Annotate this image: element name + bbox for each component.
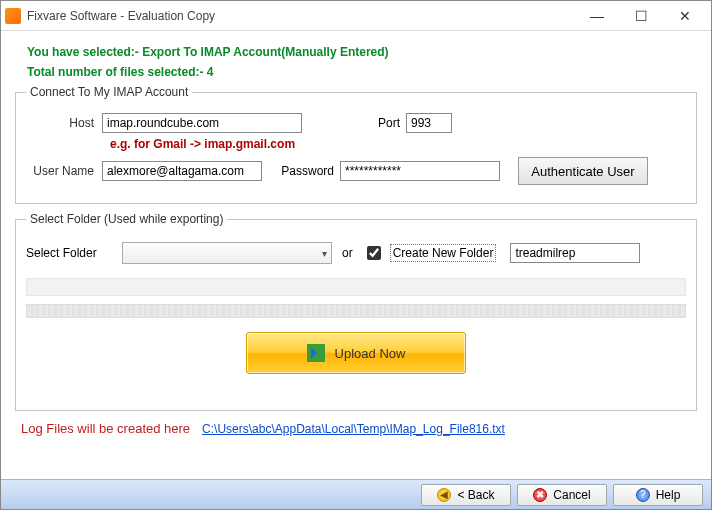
host-row: Host Port	[26, 113, 686, 133]
total-files-info: Total number of files selected:- 4	[17, 65, 695, 79]
log-label: Log Files will be created here	[21, 421, 190, 436]
host-label: Host	[26, 116, 102, 130]
chevron-down-icon: ▾	[322, 248, 327, 259]
maximize-button[interactable]: ☐	[619, 1, 663, 31]
footer-bar: ◀ < Back ✖ Cancel ? Help	[1, 479, 711, 509]
back-label: < Back	[457, 488, 494, 502]
help-icon: ?	[636, 488, 650, 502]
upload-wrap: Upload Now	[26, 332, 686, 374]
host-input[interactable]	[102, 113, 302, 133]
titlebar: Fixvare Software - Evaluation Copy — ☐ ✕	[1, 1, 711, 31]
select-folder-label: Select Folder	[26, 246, 116, 260]
imap-fieldset: Connect To My IMAP Account Host Port e.g…	[15, 85, 697, 204]
close-button[interactable]: ✕	[663, 1, 707, 31]
imap-legend: Connect To My IMAP Account	[26, 85, 192, 99]
credentials-row: User Name Password Authenticate User	[26, 157, 686, 185]
upload-label: Upload Now	[335, 346, 406, 361]
port-label: Port	[374, 116, 406, 130]
password-label: Password	[274, 164, 340, 178]
log-row: Log Files will be created here C:\Users\…	[17, 421, 695, 436]
back-icon: ◀	[437, 488, 451, 502]
cancel-label: Cancel	[553, 488, 590, 502]
username-label: User Name	[26, 164, 102, 178]
folder-legend: Select Folder (Used while exporting)	[26, 212, 227, 226]
cancel-icon: ✖	[533, 488, 547, 502]
help-button[interactable]: ? Help	[613, 484, 703, 506]
app-icon	[5, 8, 21, 24]
authenticate-button[interactable]: Authenticate User	[518, 157, 648, 185]
password-input[interactable]	[340, 161, 500, 181]
port-input[interactable]	[406, 113, 452, 133]
cancel-button[interactable]: ✖ Cancel	[517, 484, 607, 506]
window-title: Fixvare Software - Evaluation Copy	[27, 9, 575, 23]
selected-info: You have selected:- Export To IMAP Accou…	[17, 45, 695, 59]
create-new-folder-checkbox[interactable]	[367, 246, 381, 260]
create-new-folder-label: Create New Folder	[390, 244, 497, 262]
select-folder-dropdown[interactable]: ▾	[122, 242, 332, 264]
progress-bar	[26, 304, 686, 318]
new-folder-input[interactable]	[510, 243, 640, 263]
minimize-button[interactable]: —	[575, 1, 619, 31]
folder-fieldset: Select Folder (Used while exporting) Sel…	[15, 212, 697, 411]
content-area: You have selected:- Export To IMAP Accou…	[1, 31, 711, 436]
gmail-hint: e.g. for Gmail -> imap.gmail.com	[110, 137, 686, 151]
upload-icon	[307, 344, 325, 362]
or-label: or	[342, 246, 353, 260]
back-button[interactable]: ◀ < Back	[421, 484, 511, 506]
username-input[interactable]	[102, 161, 262, 181]
folder-row: Select Folder ▾ or Create New Folder	[26, 242, 686, 264]
status-strip	[26, 278, 686, 296]
help-label: Help	[656, 488, 681, 502]
log-file-link[interactable]: C:\Users\abc\AppData\Local\Temp\IMap_Log…	[202, 422, 505, 436]
upload-now-button[interactable]: Upload Now	[246, 332, 466, 374]
